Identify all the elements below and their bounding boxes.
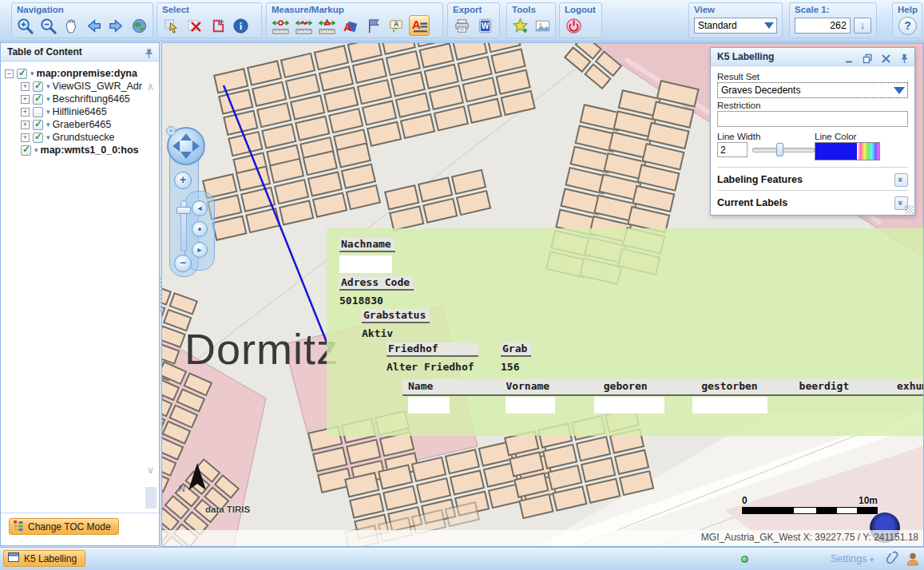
line-width-slider[interactable]	[752, 143, 813, 156]
pan-west-icon[interactable]	[173, 141, 180, 152]
tree-scrollbar-thumb[interactable]	[145, 487, 157, 509]
previous-extent-button[interactable]	[84, 15, 105, 36]
tree-scroll-up-icon[interactable]: ∧	[145, 81, 157, 93]
restriction-input[interactable]	[717, 111, 908, 127]
pin-icon[interactable]	[144, 47, 154, 65]
map-canvas[interactable]: Dormitz × + − ◄ ● ► N	[161, 42, 924, 547]
result-set-select[interactable]: Graves Decedents	[717, 82, 908, 98]
restore-icon[interactable]	[863, 52, 873, 62]
markup-flag-button[interactable]	[363, 15, 383, 36]
toc-item-5[interactable]: +✓▾Grundstuecke	[5, 131, 142, 144]
layer-menu-caret[interactable]: ▾	[30, 69, 34, 77]
layer-menu-caret[interactable]: ▾	[46, 133, 50, 141]
toc-item-4[interactable]: +✓▾Graeber6465	[5, 118, 142, 131]
select-features-button[interactable]	[161, 15, 181, 36]
scale-apply-button[interactable]: ↓	[854, 18, 871, 34]
layer-menu-caret[interactable]: ▾	[46, 82, 50, 90]
current-labels-section[interactable]: Current Labels »	[717, 192, 908, 213]
expand-toggle[interactable]: +	[21, 121, 30, 129]
pan-compass[interactable]: ×	[167, 127, 205, 165]
toc-item-3[interactable]: +▾Hilflinie6465	[5, 105, 142, 118]
line-color-picker[interactable]	[815, 142, 880, 160]
color-palette-swatch[interactable]	[857, 143, 879, 160]
k5-panel-titlebar[interactable]: K5 Labelling	[711, 48, 914, 66]
toc-item-2[interactable]: +✓▾Beschriftung6465	[5, 93, 142, 105]
layer-checkbox[interactable]: ✓	[33, 94, 43, 105]
close-icon[interactable]: ×	[166, 126, 176, 136]
line-width-input[interactable]	[717, 142, 748, 157]
sidebar-splitter[interactable]	[159, 278, 162, 311]
k5-labelling-task-button[interactable]: K5 Labelling	[3, 550, 85, 567]
toc-item-0[interactable]: −✓▾map:onpremise:dyna	[5, 67, 142, 80]
slider-handle[interactable]	[776, 143, 783, 156]
north-label: N	[179, 484, 185, 493]
layer-checkbox[interactable]: ✓	[33, 120, 43, 130]
layer-checkbox[interactable]: ✓	[17, 69, 27, 79]
add-tool-button[interactable]	[510, 15, 530, 36]
paperclip-icon[interactable]	[885, 551, 901, 570]
zoom-in-button[interactable]	[15, 15, 36, 36]
previous-view-button[interactable]: ◄	[192, 200, 208, 216]
layer-menu-caret[interactable]: ▾	[46, 121, 50, 129]
tree-scroll-down-icon[interactable]: ∨	[145, 465, 157, 477]
expand-toggle[interactable]: +	[21, 95, 30, 104]
toc-item-6[interactable]: ✓▾map:wmts1_0_0:hos	[5, 144, 142, 156]
zoom-out-slider-button[interactable]: −	[174, 255, 192, 272]
send-image-button[interactable]	[533, 15, 553, 36]
layer-checkbox[interactable]: ✓	[33, 81, 43, 92]
decedent-name-input[interactable]	[408, 397, 450, 414]
full-extent-button[interactable]	[129, 15, 150, 36]
decedent-vorname-input[interactable]	[506, 397, 555, 414]
measure-coordinate-button[interactable]	[270, 15, 291, 36]
expand-section-icon[interactable]: »	[894, 173, 908, 187]
layer-checkbox[interactable]: ✓	[21, 145, 31, 156]
next-extent-button[interactable]	[106, 15, 127, 36]
toc-item-1[interactable]: +✓▾ViewGIS_GWR_Adre	[5, 80, 142, 93]
pin-icon[interactable]	[899, 52, 910, 62]
layer-menu-caret[interactable]: ▾	[46, 108, 50, 116]
clear-selection-button[interactable]	[184, 15, 204, 36]
settings-menu[interactable]: Settings▾	[831, 553, 874, 564]
measure-area-button[interactable]	[316, 15, 337, 36]
help-button[interactable]: ?	[898, 17, 917, 35]
scale-input[interactable]	[795, 18, 851, 34]
pan-north-icon[interactable]	[180, 133, 192, 141]
view-select[interactable]: Standard	[694, 18, 777, 34]
resize-grip[interactable]	[905, 205, 914, 214]
measure-distance-button[interactable]	[293, 15, 314, 36]
layer-menu-caret[interactable]: ▾	[34, 146, 38, 154]
close-icon[interactable]	[881, 52, 891, 62]
expand-toggle[interactable]: +	[21, 108, 30, 117]
minimize-icon[interactable]	[844, 52, 855, 62]
layer-checkbox[interactable]: ✓	[33, 133, 43, 143]
zoom-in-slider-button[interactable]: +	[174, 172, 192, 189]
next-view-button[interactable]: ►	[192, 242, 208, 258]
layer-checkbox[interactable]	[33, 107, 43, 117]
center-view-button[interactable]: ●	[192, 221, 208, 237]
layer-menu-caret[interactable]: ▾	[46, 95, 50, 103]
markup-text-button[interactable]: A	[339, 15, 360, 36]
label-lines-button[interactable]: A	[409, 15, 430, 36]
expand-toggle[interactable]: +	[21, 82, 30, 91]
labeling-features-section[interactable]: Labeling Features »	[717, 169, 908, 190]
print-button[interactable]	[451, 15, 472, 36]
change-toc-mode-button[interactable]: Change TOC Mode	[9, 518, 119, 535]
expand-toggle[interactable]: −	[5, 69, 14, 78]
pan-button[interactable]	[61, 15, 81, 36]
pan-south-icon[interactable]	[180, 152, 192, 159]
identify-button[interactable]: i	[230, 15, 251, 36]
pan-east-icon[interactable]	[192, 141, 200, 152]
decedent-geboren-input[interactable]	[594, 397, 664, 414]
line-color-swatch[interactable]	[815, 143, 857, 160]
export-word-button[interactable]: W	[474, 15, 495, 36]
identify-icon: i	[232, 17, 250, 35]
zoom-slider-handle[interactable]	[176, 207, 191, 214]
expand-toggle[interactable]: +	[21, 133, 30, 142]
label-callout-button[interactable]: A	[386, 15, 406, 36]
decedent-gestorben-input[interactable]	[692, 397, 767, 414]
nachname-input[interactable]	[339, 255, 392, 273]
zoom-out-button[interactable]	[38, 15, 59, 36]
user-icon[interactable]	[905, 551, 921, 570]
logout-power-button[interactable]	[563, 15, 584, 36]
select-by-shape-button[interactable]	[207, 15, 228, 36]
